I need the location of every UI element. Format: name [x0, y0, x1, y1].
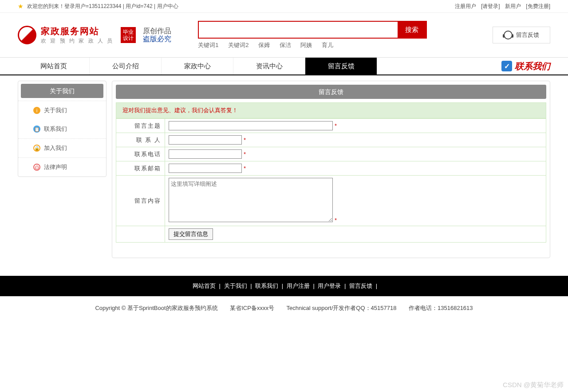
label-email: 联系邮箱: [116, 161, 165, 176]
fnav-link[interactable]: 联系我们: [255, 282, 278, 289]
feedback-button[interactable]: 留言反馈: [493, 27, 550, 43]
submit-button[interactable]: 提交留言信息: [169, 228, 213, 240]
logo-subtitle: 欢 迎 预 约 家 政 人 员: [41, 37, 114, 45]
sidebar-item-join[interactable]: 🔒加入我们: [18, 138, 106, 157]
label-contact: 联 系 人: [116, 133, 165, 147]
search-button[interactable]: 搜索: [398, 22, 426, 38]
footer-nav: 网站首页 | 关于我们 | 联系我们 | 用户注册 | 用户登录 | 留言反馈 …: [0, 276, 568, 296]
headset-icon: [504, 31, 513, 39]
search-input[interactable]: [199, 22, 398, 38]
label-content: 留言内容: [116, 176, 165, 226]
logo-title: 家政服务网站: [41, 25, 114, 37]
topbar-left: ★ 欢迎您的到来！登录用户=13511223344 | 用户id=742 | 用…: [18, 0, 178, 12]
fnav-link[interactable]: 网站首页: [193, 282, 216, 289]
sidebar-item-law[interactable]: ⏻法律声明: [18, 157, 106, 176]
topbar-right: 注册用户 [请登录] 新用户 [免费注册]: [451, 0, 550, 12]
form-tip: 迎对我们提出意见、建议，我们会认真答复！: [116, 102, 546, 118]
clipboard-icon: 📋: [33, 125, 40, 133]
content-panel: 留言反馈 迎对我们提出意见、建议，我们会认真答复！ 留言主题 * 联 系 人 *…: [112, 81, 550, 258]
search-keywords: 关键词1 关键词2 保姆 保洁 阿姨 育儿: [198, 41, 493, 49]
login-link[interactable]: [请登录]: [481, 3, 500, 9]
keyword-link[interactable]: 保姆: [258, 42, 270, 48]
keyword-link[interactable]: 保洁: [280, 42, 291, 48]
nav-company[interactable]: 公司介绍: [90, 58, 162, 74]
sidebar-head: 关于我们: [21, 84, 103, 98]
nav-feedback[interactable]: 留言反馈: [305, 58, 377, 74]
keyword-link[interactable]: 关键词2: [228, 42, 248, 48]
star-icon: ★: [18, 0, 24, 12]
input-email[interactable]: [169, 164, 242, 173]
fnav-link[interactable]: 用户注册: [287, 282, 310, 289]
site-logo[interactable]: 家政服务网站 欢 迎 预 约 家 政 人 员 毕业设计 原创作品盗版必究: [18, 25, 171, 45]
sidebar-item-contact[interactable]: 📋联系我们: [18, 120, 106, 138]
keyword-link[interactable]: 关键词1: [198, 42, 218, 48]
lock-icon: 🔒: [33, 145, 40, 152]
free-register-link[interactable]: [免费注册]: [526, 3, 550, 9]
welcome-text: 欢迎您的到来！登录用户=13511223344 | 用户id=742 |: [27, 0, 155, 12]
new-user-label: 新用户: [505, 3, 521, 9]
input-contact[interactable]: [169, 135, 242, 145]
logo-icon: [18, 26, 36, 44]
calligraphy: 原创作品盗版必究: [143, 27, 171, 43]
fnav-link[interactable]: 用户登录: [318, 282, 341, 289]
input-phone[interactable]: [169, 149, 242, 159]
reg-label: 注册用户: [455, 3, 476, 9]
input-subject[interactable]: [169, 121, 333, 130]
label-subject: 留言主题: [116, 119, 165, 133]
input-content[interactable]: [169, 178, 333, 222]
keyword-link[interactable]: 育儿: [322, 42, 333, 48]
fnav-link[interactable]: 关于我们: [224, 282, 247, 289]
panel-head: 留言反馈: [116, 85, 546, 99]
info-icon: i: [33, 107, 40, 114]
search-box: 搜索: [198, 21, 427, 39]
nav-home[interactable]: 网站首页: [18, 58, 90, 74]
contact-us[interactable]: ✓ 联系我们: [501, 58, 550, 74]
user-center-link[interactable]: 用户中心: [157, 0, 178, 12]
nav-news[interactable]: 资讯中心: [233, 58, 305, 74]
sidebar-item-about[interactable]: i关于我们: [18, 101, 106, 120]
label-phone: 联系电话: [116, 147, 165, 161]
sidebar: 关于我们 i关于我们 📋联系我们 🔒加入我们 ⏻法律声明: [18, 81, 106, 177]
power-icon: ⏻: [33, 164, 40, 171]
keyword-link[interactable]: 阿姨: [300, 42, 312, 48]
nav-center[interactable]: 家政中心: [162, 58, 233, 74]
bishe-badge: 毕业设计: [121, 27, 136, 43]
check-icon: ✓: [501, 61, 512, 71]
fnav-link[interactable]: 留言反馈: [349, 282, 372, 289]
footer-copy: Copyright © 基于SprintBoot的家政服务预约系统 某省ICP备…: [0, 296, 568, 320]
